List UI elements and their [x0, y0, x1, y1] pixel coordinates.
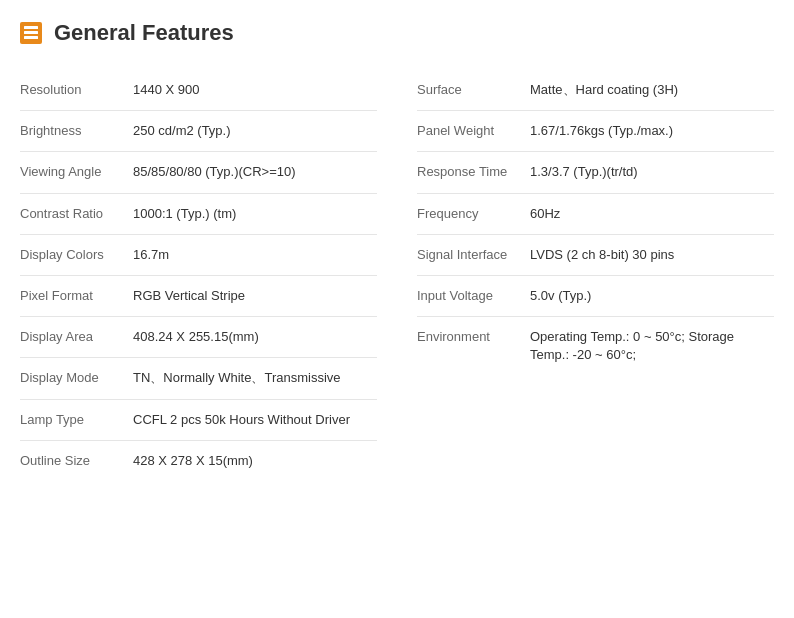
feature-label: Response Time [417, 163, 522, 179]
feature-label: Display Area [20, 328, 125, 344]
feature-label: Environment [417, 328, 522, 344]
table-row: Pixel FormatRGB Vertical Stripe [20, 276, 377, 317]
feature-label: Resolution [20, 81, 125, 97]
feature-label: Display Colors [20, 246, 125, 262]
feature-label: Viewing Angle [20, 163, 125, 179]
list-icon [20, 22, 42, 44]
feature-label: Display Mode [20, 369, 125, 385]
feature-value: 1000:1 (Typ.) (tm) [133, 205, 377, 223]
table-row: Frequency60Hz [417, 194, 774, 235]
feature-value: 428 X 278 X 15(mm) [133, 452, 377, 470]
table-row: Contrast Ratio1000:1 (Typ.) (tm) [20, 194, 377, 235]
feature-value: Operating Temp.: 0 ~ 50°c; Storage Temp.… [530, 328, 774, 364]
feature-value: Matte、Hard coating (3H) [530, 81, 774, 99]
feature-label: Surface [417, 81, 522, 97]
feature-label: Brightness [20, 122, 125, 138]
svg-rect-1 [24, 31, 38, 34]
left-column: Resolution1440 X 900Brightness250 cd/m2 … [20, 70, 377, 481]
features-grid: Resolution1440 X 900Brightness250 cd/m2 … [20, 70, 774, 481]
table-row: Input Voltage5.0v (Typ.) [417, 276, 774, 317]
page-title: General Features [54, 20, 234, 46]
table-row: SurfaceMatte、Hard coating (3H) [417, 70, 774, 111]
right-column: SurfaceMatte、Hard coating (3H)Panel Weig… [417, 70, 774, 481]
feature-label: Signal Interface [417, 246, 522, 262]
svg-rect-2 [24, 36, 38, 39]
feature-value: 250 cd/m2 (Typ.) [133, 122, 377, 140]
feature-value: LVDS (2 ch 8-bit) 30 pins [530, 246, 774, 264]
feature-value: 60Hz [530, 205, 774, 223]
table-row: Lamp TypeCCFL 2 pcs 50k Hours Without Dr… [20, 400, 377, 441]
table-row: Display ModeTN、Normally White、Transmissi… [20, 358, 377, 399]
feature-label: Pixel Format [20, 287, 125, 303]
feature-label: Outline Size [20, 452, 125, 468]
feature-value: 1440 X 900 [133, 81, 377, 99]
section-header: General Features [20, 20, 774, 46]
table-row: EnvironmentOperating Temp.: 0 ~ 50°c; St… [417, 317, 774, 375]
feature-value: RGB Vertical Stripe [133, 287, 377, 305]
feature-value: 1.3/3.7 (Typ.)(tr/td) [530, 163, 774, 181]
feature-value: 5.0v (Typ.) [530, 287, 774, 305]
table-row: Outline Size428 X 278 X 15(mm) [20, 441, 377, 481]
feature-value: CCFL 2 pcs 50k Hours Without Driver [133, 411, 377, 429]
table-row: Viewing Angle85/85/80/80 (Typ.)(CR>=10) [20, 152, 377, 193]
feature-value: TN、Normally White、Transmissive [133, 369, 377, 387]
page-container: General Features Resolution1440 X 900Bri… [0, 0, 794, 511]
feature-value: 16.7m [133, 246, 377, 264]
table-row: Panel Weight1.67/1.76kgs (Typ./max.) [417, 111, 774, 152]
feature-label: Frequency [417, 205, 522, 221]
feature-value: 1.67/1.76kgs (Typ./max.) [530, 122, 774, 140]
table-row: Response Time1.3/3.7 (Typ.)(tr/td) [417, 152, 774, 193]
feature-label: Panel Weight [417, 122, 522, 138]
feature-value: 85/85/80/80 (Typ.)(CR>=10) [133, 163, 377, 181]
table-row: Signal InterfaceLVDS (2 ch 8-bit) 30 pin… [417, 235, 774, 276]
feature-label: Lamp Type [20, 411, 125, 427]
table-row: Display Colors16.7m [20, 235, 377, 276]
feature-value: 408.24 X 255.15(mm) [133, 328, 377, 346]
table-row: Resolution1440 X 900 [20, 70, 377, 111]
feature-label: Input Voltage [417, 287, 522, 303]
svg-rect-0 [24, 26, 38, 29]
table-row: Brightness250 cd/m2 (Typ.) [20, 111, 377, 152]
feature-label: Contrast Ratio [20, 205, 125, 221]
table-row: Display Area408.24 X 255.15(mm) [20, 317, 377, 358]
